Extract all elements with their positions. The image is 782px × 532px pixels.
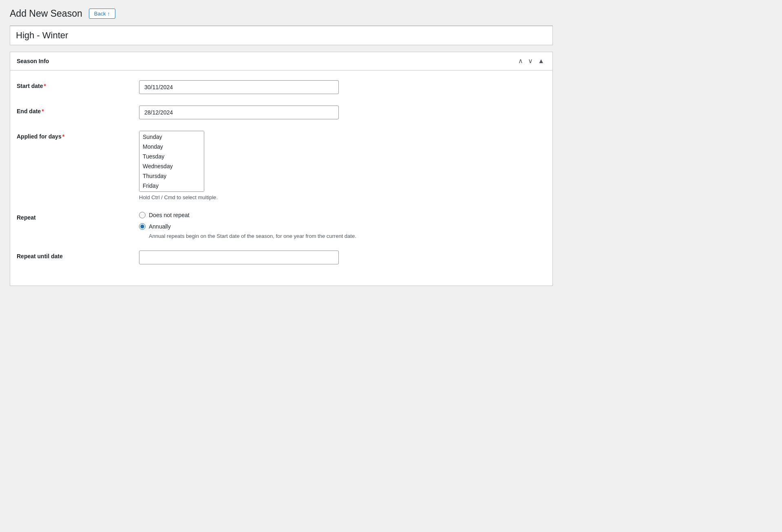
repeat-field: Does not repeat Annually Annual repeats …: [139, 212, 546, 239]
day-option-thursday[interactable]: Thursday: [139, 171, 204, 181]
repeat-annually-label[interactable]: Annually: [149, 223, 171, 230]
panel-body: Start date* End date* Applied for days*: [10, 70, 552, 286]
repeat-radio-group: Does not repeat Annually: [139, 212, 546, 230]
repeat-annually-description: Annual repeats begin on the Start date o…: [149, 233, 393, 239]
panel-collapse-button[interactable]: ▲: [536, 57, 546, 65]
applied-for-days-row: Applied for days* Sunday Monday Tuesday …: [17, 131, 546, 200]
day-option-friday[interactable]: Friday: [139, 181, 204, 191]
days-help-text: Hold Ctrl / Cmd to select multiple.: [139, 194, 546, 200]
applied-for-days-label: Applied for days*: [17, 131, 139, 140]
end-date-label: End date*: [17, 106, 139, 114]
start-date-field: [139, 80, 546, 94]
day-option-monday[interactable]: Monday: [139, 142, 204, 152]
season-name-input[interactable]: [10, 26, 553, 45]
back-button[interactable]: Back ↑: [89, 9, 115, 19]
repeat-annually-radio[interactable]: [139, 223, 146, 230]
repeat-until-date-row: Repeat until date: [17, 251, 546, 264]
repeat-label: Repeat: [17, 212, 139, 221]
start-date-label: Start date*: [17, 80, 139, 89]
panel-controls: ∧ ∨ ▲: [517, 57, 546, 65]
end-date-input[interactable]: [139, 106, 339, 119]
day-option-tuesday[interactable]: Tuesday: [139, 152, 204, 161]
end-date-row: End date*: [17, 106, 546, 119]
page-header: Add New Season Back ↑: [10, 8, 553, 19]
panel-collapse-down-button[interactable]: ∨: [526, 57, 535, 65]
page-title: Add New Season: [10, 8, 82, 19]
day-option-saturday[interactable]: Saturday: [139, 191, 204, 192]
panel-title: Season Info: [17, 58, 49, 64]
end-date-field: [139, 106, 546, 119]
repeat-annually-item: Annually: [139, 223, 546, 230]
repeat-until-date-input[interactable]: [139, 251, 339, 264]
day-option-wednesday[interactable]: Wednesday: [139, 161, 204, 171]
repeat-none-item: Does not repeat: [139, 212, 546, 218]
repeat-none-label[interactable]: Does not repeat: [149, 212, 190, 218]
start-date-row: Start date*: [17, 80, 546, 94]
panel-collapse-up-button[interactable]: ∧: [517, 57, 525, 65]
repeat-until-date-field: [139, 251, 546, 264]
repeat-row: Repeat Does not repeat Annually Annual r…: [17, 212, 546, 239]
repeat-until-date-label: Repeat until date: [17, 251, 139, 259]
panel-header: Season Info ∧ ∨ ▲: [10, 52, 552, 70]
repeat-none-radio[interactable]: [139, 212, 146, 218]
start-date-input[interactable]: [139, 80, 339, 94]
applied-for-days-field: Sunday Monday Tuesday Wednesday Thursday…: [139, 131, 546, 200]
days-select[interactable]: Sunday Monday Tuesday Wednesday Thursday…: [139, 131, 204, 192]
day-option-sunday[interactable]: Sunday: [139, 132, 204, 142]
season-info-panel: Season Info ∧ ∨ ▲ Start date* End date: [10, 52, 553, 286]
